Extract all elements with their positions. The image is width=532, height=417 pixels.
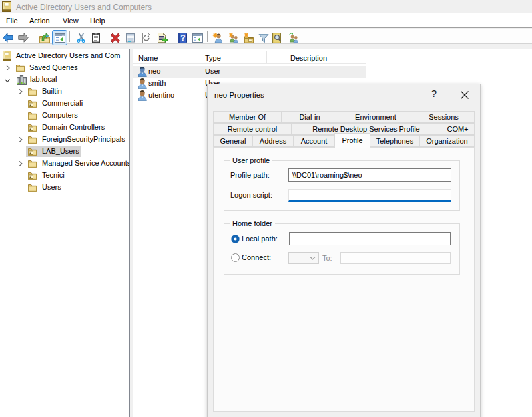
svg-text:?: ? bbox=[180, 33, 185, 43]
